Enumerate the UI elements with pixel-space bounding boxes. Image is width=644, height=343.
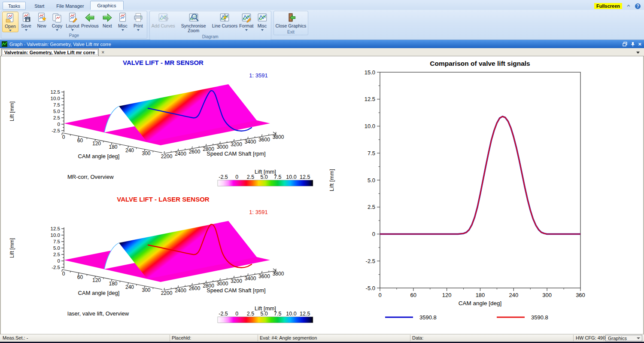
colorbar-tick-label: 10.0 <box>286 174 296 180</box>
ribbon-tab-start[interactable]: Start <box>28 2 50 10</box>
rpm-tick-label: 3400 <box>245 139 256 145</box>
dropdown-caret-icon <box>56 29 58 31</box>
ribbon-button-label: Next <box>103 24 112 28</box>
cam-tick-label: 120 <box>92 141 101 147</box>
comparison-canvas[interactable]: Comparison of valve lift signals15.012.5… <box>326 56 644 334</box>
close-graphics-icon <box>285 12 296 23</box>
rpm-tick-label: 3800 <box>273 271 284 277</box>
figure-comparison-chart[interactable]: Comparison of valve lift signals15.012.5… <box>326 56 644 336</box>
figure-valve-lift-mr-sensor[interactable]: VALVE LIFT - MR SENSOR1: 3591Lift [mm]12… <box>1 56 326 195</box>
lift-tick-label: 5.0 <box>53 109 60 114</box>
tab-list-dropdown-icon[interactable] <box>636 52 640 54</box>
figure-caption: MR-corr, Overview <box>67 174 114 180</box>
rpm-tick-label: 3200 <box>231 278 242 284</box>
ribbon-button-new[interactable]: New <box>34 12 49 29</box>
ribbon-button-label: Previous <box>81 24 99 28</box>
ribbon-group-label: Diagram <box>150 34 271 39</box>
dropdown-caret-icon <box>245 29 248 31</box>
dropdown-caret-icon <box>9 30 12 31</box>
ribbon-button-misc[interactable]: Misc <box>255 12 270 31</box>
save-icon <box>21 12 32 23</box>
figure-valve-lift-laser-sensor[interactable]: VALVE LIFT - LASER SENSOR1: 3591Lift [mm… <box>1 193 326 331</box>
graph-window-title: Graph - Valvetrain: Geometry, Valve Lift… <box>9 42 111 47</box>
cursor-readout: 1: 3591 <box>249 72 267 79</box>
ribbon-button-open[interactable]: Open <box>2 12 18 32</box>
y-axis-label: Lift [mm] <box>328 169 335 191</box>
lift-tick-label: -2.5 <box>52 265 60 270</box>
rpm-tick-label: 2400 <box>175 151 186 157</box>
pin-window-icon[interactable] <box>631 42 635 47</box>
ribbon-button-format[interactable]: Format <box>238 12 254 31</box>
cam-tick-label: 0 <box>62 271 65 277</box>
rpm-tick-label: 3000 <box>217 144 228 150</box>
laser-sensor-canvas[interactable]: VALVE LIFT - LASER SENSOR1: 3591Lift [mm… <box>1 193 326 330</box>
colorbar-tick-label: 7.5 <box>274 311 281 317</box>
dropdown-caret-icon <box>122 29 124 31</box>
chart-title: Comparison of valve lift signals <box>430 60 530 67</box>
ribbon-button-layout[interactable]: Layout <box>65 12 80 31</box>
ribbon-button-print[interactable]: Print <box>131 12 146 31</box>
ribbon-button-synchronise-zoom[interactable]: Synchronise Zoom <box>176 12 211 34</box>
cam-tick-label: 240 <box>125 284 134 290</box>
ribbon-tab-file-manager[interactable]: File Manager <box>50 2 90 10</box>
lift-tick-label: 7.5 <box>53 102 60 107</box>
ribbon-button-misc[interactable]: Misc <box>115 12 131 31</box>
ribbon-tab-tasks[interactable]: Tasks <box>3 2 26 10</box>
ribbon-button-label: Misc <box>118 24 128 28</box>
ribbon-button-close-graphics[interactable]: Close Graphics <box>275 12 307 29</box>
document-tab[interactable]: Valvetrain: Geometry, Valve Lift mr corr… <box>1 49 99 56</box>
cam-tick-label: 0 <box>62 134 65 140</box>
colorbar-tick-label: -2.5 <box>219 174 228 180</box>
x-tick-label: 120 <box>442 292 452 298</box>
legend-label-0: 3590.8 <box>419 314 437 321</box>
lift-tick-label: 2.5 <box>53 115 60 120</box>
ribbon-button-copy[interactable]: Copy <box>49 12 65 31</box>
cam-tick-label: 60 <box>77 138 83 144</box>
rpm-tick-label: 3000 <box>217 281 228 287</box>
rpm-tick-label: 2200 <box>161 153 173 159</box>
rpm-tick-label: 2600 <box>189 285 200 291</box>
dropdown-caret-icon <box>261 29 264 31</box>
mr-sensor-canvas[interactable]: VALVE LIFT - MR SENSOR1: 3591Lift [mm]12… <box>1 56 326 193</box>
cam-tick-label: 180 <box>109 144 117 150</box>
help-icon[interactable]: ? <box>635 3 641 9</box>
figure-title: VALVE LIFT - MR SENSOR <box>123 59 204 66</box>
colorbar-tick-label: -2.5 <box>219 311 228 317</box>
lift-tick-label: 0 <box>58 122 60 127</box>
restore-window-icon[interactable] <box>623 42 628 46</box>
collapse-ribbon-icon[interactable] <box>626 3 632 9</box>
close-window-icon[interactable]: × <box>638 42 641 46</box>
open-icon <box>5 12 16 24</box>
colorbar-tick-label: 0 <box>235 174 238 180</box>
ribbon-button-label: Format <box>239 24 253 28</box>
rpm-tick-label: 2400 <box>175 288 186 294</box>
ribbon-button-save[interactable]: Save <box>18 12 34 31</box>
synchronise-zoom-icon <box>188 12 199 23</box>
status-mode-combobox[interactable]: Graphics <box>605 335 642 341</box>
ribbon-button-add-curves: Add Curves <box>151 12 176 29</box>
ribbon-group-label: Page <box>1 33 147 38</box>
colorbar-tick-label: 2.5 <box>247 174 254 180</box>
status-eval: Eval: #4: Angle segmention <box>260 335 317 340</box>
colorbar-tick-label: 12.5 <box>300 311 310 317</box>
lift-axis-label: Lift [mm] <box>9 101 15 121</box>
ribbon-tab-graphics[interactable]: Graphics <box>90 1 124 10</box>
lift-tick-label: 5.0 <box>53 245 60 251</box>
ribbon-button-line-cursors[interactable]: Line Cursors <box>211 12 239 29</box>
legend-label-1: 3590.8 <box>531 314 548 321</box>
x-axis-label: CAM angle [deg] <box>459 300 502 306</box>
fullscreen-button[interactable]: Fullscreen <box>594 3 622 9</box>
ribbon-button-next[interactable]: Next <box>100 12 115 29</box>
dropdown-caret-icon <box>25 29 27 31</box>
x-tick-label: 300 <box>542 292 552 298</box>
series-curve-1 <box>380 116 580 234</box>
ribbon-button-previous[interactable]: Previous <box>80 12 100 29</box>
document-tab-close-icon[interactable]: × <box>99 49 107 56</box>
status-mode-value: Graphics <box>608 336 627 341</box>
rpm-tick-label: 3200 <box>231 141 242 147</box>
ribbon: TasksStartFile ManagerGraphics Fullscree… <box>0 0 644 40</box>
ribbon-button-label: Save <box>21 24 31 28</box>
rpm-tick-label: 2200 <box>161 290 173 296</box>
cam-axis-label: CAM angle [deg] <box>78 153 120 159</box>
misc-diagram-icon <box>257 12 268 23</box>
